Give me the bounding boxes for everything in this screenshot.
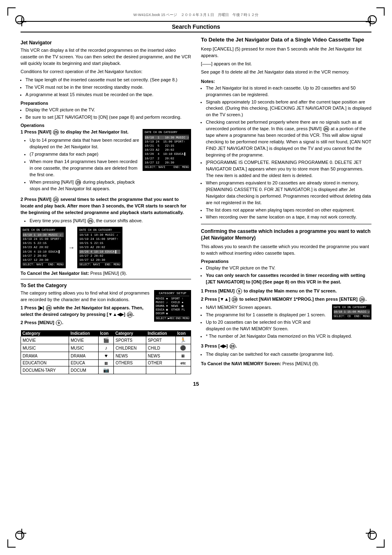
confirm-op1: 1 Press [MENU] 9 to display the Main men…	[201, 288, 371, 295]
nav-list-screen-1: DATE CH ON CATEGORY 10/18 1 10:30 MUSIC …	[143, 129, 191, 193]
cancel-nav-text: Press [MENU] (9).	[90, 271, 127, 276]
category-indication: MOVIE	[69, 336, 99, 344]
category-row: DOCUMEN-TARY DOCUM 📷	[21, 366, 191, 374]
note-item: When recording over the same location on…	[206, 214, 371, 221]
jet-navigator-intro: This VCR can display a list of the recor…	[21, 47, 191, 67]
jet-navigator-heading: Jet Navigator	[21, 40, 191, 46]
category-indication: CHILD	[146, 344, 175, 352]
notes-list: The Jet Navigator list is stored in each…	[206, 85, 371, 221]
category-indication: NEWS	[146, 352, 175, 360]
category-name: MUSIC	[21, 344, 69, 352]
category-row: MUSIC MUSIC ♪ CHILDREN CHILD ⚫	[21, 344, 191, 352]
note-item: The Jet Navigator list is stored in each…	[206, 85, 371, 98]
cat-col-header: Category	[114, 330, 146, 336]
op1-detail: Up to 14 programme data that have been r…	[30, 137, 140, 150]
category-indication: MUSIC	[69, 344, 99, 352]
jet-navigator-conditions-intro: Conditions for correct operation of the …	[21, 69, 191, 75]
op1-details: Up to 14 programme data that have been r…	[30, 137, 140, 192]
delete-heading: To Delete the Jet Navigator Data of a Si…	[201, 37, 371, 44]
op1-detail: When pressing [NAVI] 25 during playback,…	[30, 179, 140, 192]
category-screen: CATEGORY SETUP MOVIE ✱ SPORT ↑ MUSIC ♪ C…	[154, 290, 191, 322]
confirm-op3: 3 Press [◀▶] 28.	[201, 343, 371, 350]
delete-note1: [——] appears on the list.	[201, 61, 371, 67]
op1-title: 1 Press [NAVI] 25 to display the Jet Nav…	[21, 129, 140, 136]
op2-details: Every time you press [NAVI] 25, the curs…	[30, 218, 191, 224]
note-item: Checking cannot be performed properly wh…	[206, 119, 371, 159]
section-title: Search Functions	[21, 21, 371, 32]
set-category-heading: To Set the Category	[21, 283, 191, 288]
cancel-navi-text: Press [MENU] (9).	[282, 361, 319, 366]
condition-item: A programme at least 15 minutes must be …	[25, 92, 191, 98]
nav-list-screen-after: DATE CH ON CATEGORY 10/18 1 10:30 MUSIC …	[77, 227, 122, 269]
op2-title: 2 Press [NAVI] 25 several times to selec…	[21, 196, 191, 216]
category-row: MOVIE MOVIE 🎬 SPORTS SPORT 🏃	[21, 336, 191, 344]
cat-col-header: Category	[21, 330, 69, 336]
divider-right	[201, 224, 371, 224]
category-icon: etc	[175, 360, 191, 366]
delete-intro: Keep [CANCEL] (5) pressed for more than …	[201, 46, 371, 59]
category-row: DRAMA DRAMA ♥ NEWS NEWS ▦	[21, 352, 191, 360]
preparation-item: Be sure to set [JET NAVIGATOR] to [ON] (…	[25, 114, 191, 121]
nav-list-screen-before: DATE CH ON CATEGORY 10/18 1 10:30 MUSIC …	[21, 227, 66, 269]
category-indication: OTHER	[146, 360, 175, 366]
main-columns: Jet Navigator This VCR can display a lis…	[21, 37, 371, 374]
op1-detail: When more than 14 programmes have been r…	[30, 159, 140, 178]
preparations-list: Display the VCR picture on the TV. Be su…	[25, 107, 191, 121]
category-indication: DRAMA	[69, 352, 99, 360]
cancel-nav-note: To Cancel the Jet Navigator list: Press …	[21, 271, 191, 276]
op2-detail: Every time you press [NAVI] 25, the curs…	[30, 218, 191, 224]
note-item: When programmes equivalent to 20 cassett…	[206, 180, 371, 206]
note-item: Signals approximately 10 seconds before …	[206, 99, 371, 119]
screens-comparison: DATE CH ON CATEGORY 10/18 1 10:30 MUSIC …	[21, 227, 191, 269]
navi-memory-screen: DATE CH ON CATEGORY 10/18 1 15:00 MUSIC …	[332, 304, 371, 320]
confirm-op2-details: DATE CH ON CATEGORY 10/18 1 15:00 MUSIC …	[201, 304, 371, 341]
category-indication: DOCUM	[69, 366, 99, 374]
cat-col-header: Icon	[175, 330, 191, 336]
notes-label: Notes:	[201, 79, 371, 84]
operation-2: 2 Press [NAVI] 25 several times to selec…	[21, 196, 191, 269]
left-column: Jet Navigator This VCR can display a lis…	[21, 37, 191, 374]
delete-note2: See page 8 to delete all the Jet Navigat…	[201, 69, 371, 76]
cancel-nav-title: To Cancel the Jet Navigator list:	[21, 271, 89, 276]
category-icon: ⚫	[175, 344, 191, 352]
op3-confirm-details: The display can be switched for each cas…	[206, 351, 371, 358]
category-indication: EDUCA	[69, 360, 99, 366]
op2-confirm-detail: Up to 20 cassettes can be selected on th…	[206, 319, 371, 332]
category-name: OTHERS	[114, 360, 146, 366]
conditions-list: The tape length of the inserted cassette…	[25, 77, 191, 98]
category-name: CHILDREN	[114, 344, 146, 352]
category-icon: ▦	[99, 360, 114, 366]
preparation-item: Display the VCR picture on the TV.	[25, 107, 191, 113]
divider	[21, 279, 191, 279]
confirm-heading: Confirming the cassette which includes a…	[201, 228, 371, 241]
category-name: NEWS	[114, 352, 146, 360]
cancel-navi-title: To Cancel the NAVI MEMORY Screen:	[201, 361, 281, 366]
arrow-icon: →	[68, 244, 75, 251]
note-item: [PROGRAMME IS COMPLETE. REMAINING PROGRA…	[206, 159, 371, 179]
category-icon	[175, 366, 191, 374]
cat-col-header: Indication	[146, 330, 175, 336]
category-icon: ♪	[99, 344, 114, 352]
category-indication	[146, 366, 175, 374]
op1-detail: (7 programme data for each page)	[30, 151, 140, 158]
category-row: EDUCATION EDUCA ▦ OTHERS OTHER etc	[21, 360, 191, 366]
set-category-section: CATEGORY SETUP MOVIE ✱ SPORT ↑ MUSIC ♪ C…	[21, 290, 191, 328]
category-name	[114, 366, 146, 374]
cat-col-header: Indication	[69, 330, 99, 336]
page-number: 15	[21, 381, 371, 387]
operations-heading: Operations	[21, 123, 191, 128]
category-name: MOVIE	[21, 336, 69, 344]
header-meta: W-W41GX.book 15 ページ ２００４年３月１日 月曜日 午後７時１２…	[21, 12, 371, 18]
category-icon: 🎬	[99, 336, 114, 344]
condition-item: The tape length of the inserted cassette…	[25, 77, 191, 83]
operation-1: 1 Press [NAVI] 25 to display the Jet Nav…	[21, 129, 191, 193]
category-name: DOCUMEN-TARY	[21, 366, 69, 374]
category-name: SPORTS	[114, 336, 146, 344]
category-table: Category Indication Icon Category Indica…	[21, 330, 191, 374]
category-name: DRAMA	[21, 352, 69, 360]
category-icon: 🏃	[175, 336, 191, 344]
category-icon: ♥	[99, 352, 114, 360]
confirm-intro: This allows you to search the cassette w…	[201, 244, 371, 257]
op2-confirm-detail: * The number of Jet Navigator Data memor…	[206, 333, 371, 340]
category-icon: 📷	[99, 366, 114, 374]
